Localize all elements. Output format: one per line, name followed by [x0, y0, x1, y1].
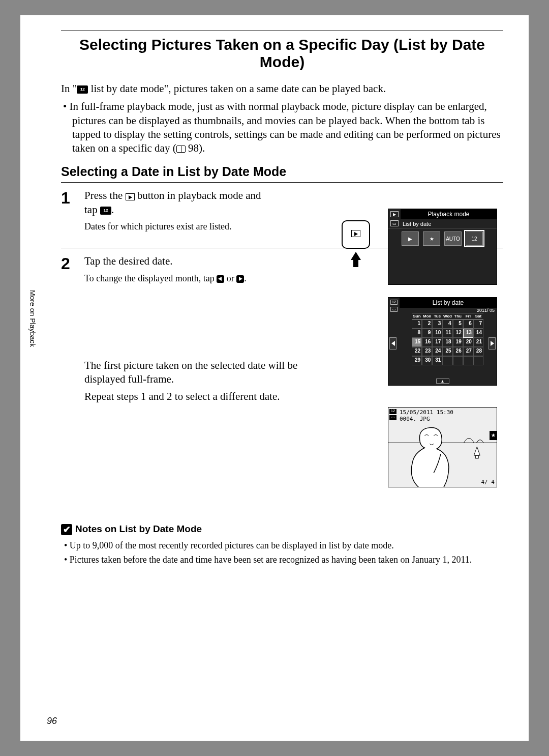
- calendar-day[interactable]: 28: [473, 347, 483, 356]
- step-1-subtext: Dates for which pictures exist are liste…: [84, 221, 272, 232]
- calendar-day[interactable]: 5: [453, 319, 463, 329]
- calendar-day[interactable]: 8: [412, 329, 422, 338]
- step-2-title: Tap the desired date.: [84, 254, 298, 268]
- page-title: Selecting Pictures Taken on a Specific D…: [61, 36, 503, 71]
- page: More on Playback 96 Selecting Pictures T…: [20, 15, 529, 741]
- calendar-day[interactable]: 3: [432, 319, 442, 329]
- mode-list-by-date-icon[interactable]: 12: [466, 231, 483, 246]
- next-month-button[interactable]: [489, 337, 496, 350]
- calendar-day[interactable]: 18: [442, 338, 452, 347]
- prev-month-button[interactable]: [389, 337, 396, 350]
- step-1-title: Press the button in playback mode and ta…: [84, 189, 272, 217]
- playback-button-icon: [351, 230, 360, 237]
- calendar-day[interactable]: 19: [453, 338, 463, 347]
- calendar-day[interactable]: 11: [442, 329, 452, 338]
- calendar-day[interactable]: 14: [473, 329, 483, 338]
- calendar-day[interactable]: 13: [463, 329, 473, 338]
- calendar-day[interactable]: 31: [432, 356, 442, 365]
- calendar-day[interactable]: 16: [422, 338, 432, 347]
- calendar-day: [442, 356, 452, 365]
- mode-auto-sort-icon[interactable]: AUTO: [444, 231, 462, 246]
- photo-filename: 0004. JPG: [400, 416, 453, 422]
- calendar-day[interactable]: 26: [453, 347, 463, 356]
- menu-row-label: List by date: [388, 219, 497, 228]
- figure-playback-menu: ▶ ▭ Playback mode List by date ▶ ★ AUTO …: [388, 209, 497, 285]
- card-icon: ▭: [390, 307, 398, 312]
- calendar-day[interactable]: 25: [442, 347, 452, 356]
- page-number: 96: [47, 716, 57, 726]
- calendar-day[interactable]: 27: [463, 347, 473, 356]
- weekday-label: Sat: [473, 313, 483, 319]
- photo-timestamp: 15/05/2011 15:30: [400, 409, 453, 416]
- calendar-title: List by date: [400, 298, 497, 308]
- calendar-day[interactable]: 1: [412, 319, 422, 329]
- calendar-day: [453, 356, 463, 365]
- section-heading: Selecting a Date in List by Date Mode: [61, 164, 503, 183]
- up-arrow-icon: [351, 252, 361, 260]
- calendar-day[interactable]: 30: [422, 356, 432, 365]
- calendar-day[interactable]: 6: [463, 319, 473, 329]
- list-by-date-icon: 12: [390, 300, 398, 305]
- mode-favorite-icon[interactable]: ★: [423, 231, 440, 246]
- notes-heading: ✔Notes on List by Date Mode: [61, 524, 503, 535]
- caution-check-icon: ✔: [61, 524, 72, 535]
- step-2-para2: Repeat steps 1 and 2 to select a differe…: [84, 390, 298, 403]
- right-arrow-icon: [236, 275, 244, 283]
- calendar-year-month: 2011/ 05: [400, 308, 497, 313]
- favorite-tab-icon[interactable]: ★: [490, 431, 497, 440]
- list-by-date-icon: 12: [100, 207, 111, 215]
- calendar-day[interactable]: 21: [473, 338, 483, 347]
- left-arrow-icon: [217, 275, 224, 283]
- intro-text: In "12 list by date mode", pictures take…: [61, 82, 503, 96]
- step-number: 2: [61, 254, 79, 406]
- calendar-day[interactable]: 22: [412, 347, 422, 356]
- figure-calendar: 12 ▭ List by date 2011/ 05 SunMonTueWedT…: [388, 297, 497, 386]
- weekday-label: Tue: [432, 313, 442, 319]
- manual-ref-icon: [176, 146, 186, 153]
- calendar-day[interactable]: 15: [412, 338, 422, 347]
- note-bullet-1: Up to 9,000 of the most recently recorde…: [71, 539, 503, 551]
- calendar-day[interactable]: 4: [442, 319, 452, 329]
- step-number: 1: [61, 189, 79, 236]
- calendar-day[interactable]: 29: [412, 356, 422, 365]
- calendar-day[interactable]: 2: [422, 319, 432, 329]
- weekday-label: Wed: [442, 313, 452, 319]
- weekday-label: Thu: [453, 313, 463, 319]
- mode-playback-icon[interactable]: ▶: [402, 231, 419, 246]
- calendar-day: [473, 356, 483, 365]
- calendar-day[interactable]: 17: [432, 338, 442, 347]
- calendar-day[interactable]: 9: [422, 329, 432, 338]
- step-2-subtext: To change the displayed month, tap or .: [84, 273, 298, 284]
- calendar-day[interactable]: 20: [463, 338, 473, 347]
- menu-title: Playback mode: [401, 209, 497, 219]
- calendar-day[interactable]: 23: [422, 347, 432, 356]
- note-bullet-2: Pictures taken before the date and time …: [71, 554, 503, 566]
- figure-playback-button: [338, 220, 374, 267]
- calendar-day[interactable]: 12: [453, 329, 463, 338]
- weekday-label: Sun: [412, 313, 422, 319]
- sidebar-section-label: More on Playback: [28, 290, 37, 347]
- calendar-weekday-header: SunMonTueWedThuFriSat: [412, 313, 483, 319]
- intro-bullet: In full-frame playback mode, just as wit…: [72, 100, 503, 155]
- calendar-day: [463, 356, 473, 365]
- playback-button-icon: [126, 193, 135, 200]
- list-by-date-icon: 12: [77, 85, 88, 94]
- expand-up-icon[interactable]: ▲: [436, 379, 449, 384]
- figure-photo-playback: 12 ▭ 15/05/2011 15:30 0004. JPG ★ 4/ 4: [388, 407, 497, 487]
- card-icon: ▭: [390, 220, 399, 226]
- calendar-day[interactable]: 24: [432, 347, 442, 356]
- calendar-day[interactable]: 10: [432, 329, 442, 338]
- weekday-label: Fri: [463, 313, 473, 319]
- calendar-grid: 1234567891011121314151617181920212223242…: [412, 319, 483, 365]
- photo-counter: 4/ 4: [481, 479, 495, 485]
- weekday-label: Mon: [422, 313, 432, 319]
- step-2-para1: The first picture taken on the selected …: [84, 359, 298, 387]
- rule: [61, 31, 503, 31]
- playback-icon: ▶: [390, 211, 399, 217]
- calendar-day[interactable]: 7: [473, 319, 483, 329]
